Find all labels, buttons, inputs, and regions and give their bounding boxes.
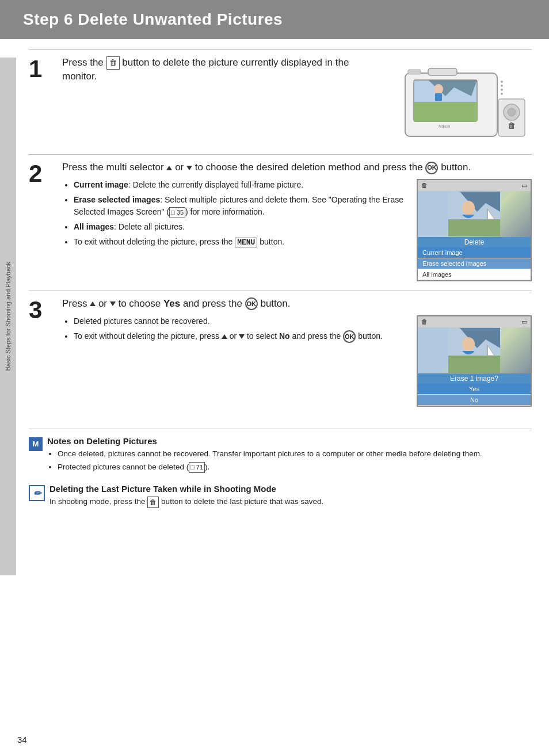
step-2-text: Current image: Delete the currently disp…	[62, 179, 406, 251]
step-3-screen: 🗑 ▭	[417, 315, 532, 407]
step-1: 1 Press the 🗑 button to delete the pictu…	[29, 56, 532, 150]
svg-point-10	[501, 89, 503, 91]
step-1-row: Press the 🗑 button to delete the picture…	[62, 56, 532, 145]
delete-menu: Delete Current image Erase selected imag…	[418, 237, 531, 280]
pencil-note-title: Deleting the Last Picture Taken while in…	[49, 484, 323, 494]
svg-point-14	[508, 108, 516, 116]
svg-rect-18	[448, 219, 500, 236]
ok-button-icon-3: OK	[245, 297, 258, 310]
svg-point-9	[501, 85, 503, 87]
pencil-icon: ✏	[29, 485, 45, 501]
pencil-note-block: ✏ Deleting the Last Picture Taken while …	[29, 484, 532, 507]
svg-point-11	[501, 93, 503, 95]
notes-block: M Notes on Deleting Pictures Once delete…	[29, 436, 532, 475]
screen-top-bar-2: 🗑 ▭	[418, 180, 531, 191]
screen-image-area-2	[418, 191, 531, 237]
trash-icon-erase: 🗑	[421, 318, 428, 326]
bullet-no-recover: Deleted pictures cannot be recovered.	[74, 315, 406, 327]
step-2: 2 Press the multi selector or to choose …	[29, 161, 532, 286]
step-1-text: Press the 🗑 button to delete the picture…	[62, 56, 371, 88]
battery-icon-erase: ▭	[521, 318, 527, 326]
sidebar: Basic Steps for Shooting and Playback	[0, 58, 16, 575]
notes-content: Notes on Deleting Pictures Once deleted,…	[47, 436, 482, 475]
step-1-header: Press the 🗑 button to delete the picture…	[62, 56, 371, 83]
step-3-number: 3	[29, 298, 58, 322]
step-3-body: Deleted pictures cannot be recovered. To…	[62, 315, 532, 407]
bullet-exit: To exit without deleting the picture, pr…	[74, 236, 406, 249]
person-svg-2	[448, 192, 500, 236]
step-1-content: Press the 🗑 button to delete the picture…	[58, 56, 532, 145]
erase-title: Erase 1 image?	[418, 373, 531, 384]
tri-up-inline	[222, 334, 227, 339]
notes-title: Notes on Deleting Pictures	[47, 436, 482, 446]
bullet-exit-3: To exit without deleting the picture, pr…	[74, 330, 406, 343]
divider-1	[29, 49, 532, 50]
menu-item-current: Current image	[418, 247, 531, 258]
notes-icon: M	[29, 437, 43, 451]
svg-text:Nikon: Nikon	[439, 124, 450, 129]
step-3-content: Press or to choose Yes and press the OK …	[58, 297, 532, 407]
ref-35: □ 35	[169, 207, 185, 218]
notes-section: M Notes on Deleting Pictures Once delete…	[29, 429, 532, 508]
step-3-text: Deleted pictures cannot be recovered. To…	[62, 315, 406, 346]
step-2-screen: 🗑 ▭	[417, 179, 532, 281]
step-2-body: Current image: Delete the currently disp…	[62, 179, 532, 281]
step-3-header: Press or to choose Yes and press the OK …	[62, 297, 532, 311]
svg-point-20	[462, 201, 475, 215]
svg-point-8	[501, 81, 503, 83]
page-header: Step 6 Delete Unwanted Pictures	[0, 0, 549, 39]
menu-item-erase: Erase selected images	[418, 258, 531, 269]
erase-screen-mockup: 🗑 ▭	[417, 315, 532, 407]
pencil-note-content: Deleting the Last Picture Taken while in…	[49, 484, 323, 507]
svg-rect-6	[428, 68, 457, 75]
svg-rect-7	[408, 70, 421, 74]
svg-point-26	[462, 337, 475, 351]
delete-screen-mockup: 🗑 ▭	[417, 179, 532, 281]
camera-illustration: 🗑 Nikon	[371, 56, 532, 145]
trash-icon-screen: 🗑	[421, 182, 428, 189]
svg-point-4	[434, 84, 443, 94]
divider-3	[29, 291, 532, 291]
menu-item-no: No	[418, 395, 531, 406]
menu-item-yes: Yes	[418, 384, 531, 395]
tri-up-icon	[166, 166, 172, 170]
battery-icon-screen: ▭	[521, 182, 527, 189]
tri-up-icon-3	[90, 301, 96, 306]
page-title: Step 6 Delete Unwanted Pictures	[23, 10, 532, 29]
screen-image-area-3	[418, 327, 531, 373]
svg-text:🗑: 🗑	[508, 121, 516, 130]
divider-2	[29, 154, 532, 155]
tri-down-icon-3	[110, 301, 116, 306]
bullet-current-image: Current image: Delete the currently disp…	[74, 179, 406, 191]
svg-rect-5	[435, 93, 442, 101]
delete-menu-title: Delete	[418, 237, 531, 247]
step-3-bullets: Deleted pictures cannot be recovered. To…	[62, 315, 406, 343]
step-1-image: 🗑 Nikon	[371, 56, 532, 145]
step-2-number: 2	[29, 162, 58, 186]
ok-button-icon: OK	[425, 162, 438, 174]
tri-down-inline	[239, 334, 245, 339]
screen-top-bar-3: 🗑 ▭	[418, 316, 531, 327]
svg-rect-24	[448, 356, 500, 373]
note-bullet-1: Once deleted, pictures cannot be recover…	[58, 448, 482, 460]
page-number: 34	[17, 735, 27, 744]
bullet-all-images: All images: Delete all pictures.	[74, 221, 406, 233]
ref-71: □ 71	[189, 462, 205, 473]
step-2-bullets: Current image: Delete the currently disp…	[62, 179, 406, 249]
notes-bullets: Once deleted, pictures cannot be recover…	[47, 448, 482, 474]
svg-rect-2	[414, 102, 477, 121]
person-svg-3	[448, 328, 500, 373]
step-1-number: 1	[29, 57, 58, 81]
note-bullet-2: Protected pictures cannot be deleted (□ …	[58, 461, 482, 473]
tri-down-icon	[186, 166, 192, 170]
sidebar-label: Basic Steps for Shooting and Playback	[5, 262, 12, 371]
erase-menu: Erase 1 image? Yes No	[418, 373, 531, 406]
menu-label: MENU	[235, 238, 257, 247]
pencil-note-text: In shooting mode, press the 🗑 button to …	[49, 496, 323, 507]
menu-item-all: All images	[418, 269, 531, 280]
bullet-erase-selected: Erase selected images: Select multiple p…	[74, 194, 406, 218]
ok-inline: OK	[343, 330, 356, 343]
step-2-content: Press the multi selector or to choose th…	[58, 161, 532, 281]
step-3: 3 Press or to choose Yes and press the O…	[29, 297, 532, 411]
step-2-header: Press the multi selector or to choose th…	[62, 161, 532, 174]
